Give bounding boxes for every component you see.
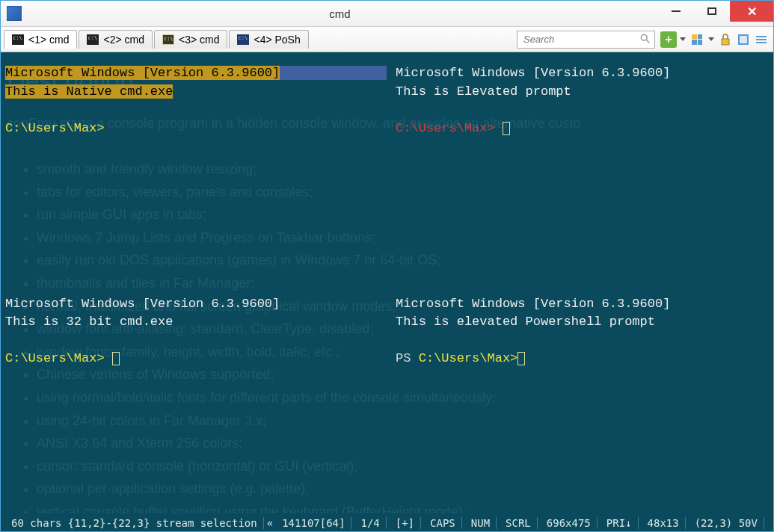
new-console-button[interactable]: + [660, 31, 677, 48]
status-pane-num: 1/4 [354, 517, 386, 529]
status-size: 696x475 [541, 517, 598, 529]
svg-rect-2 [722, 39, 729, 45]
pane-bottom-right[interactable]: Microsoft Windows [Version 6.3.9600] Thi… [391, 283, 773, 514]
pane-top-left[interactable]: Microsoft Windows [Version 6.3.9600] Thi… [1, 52, 391, 283]
tab-label: <3> cmd [179, 34, 219, 46]
window-controls: ✕ [658, 1, 773, 26]
search-input[interactable] [517, 31, 655, 49]
search-wrap [517, 31, 655, 49]
tab-label: <2> cmd [103, 34, 144, 46]
maximize-button[interactable] [694, 1, 730, 22]
status-cell: 48x13 [642, 517, 686, 529]
tab-4[interactable]: <4> PoSh [229, 30, 308, 49]
cmd-icon [87, 34, 99, 45]
window-title: cmd [22, 7, 658, 20]
search-icon [640, 34, 651, 44]
pane-top-right[interactable]: Microsoft Windows [Version 6.3.9600] Thi… [391, 52, 773, 283]
lock-button[interactable] [717, 31, 734, 48]
maximize-pane-button[interactable] [735, 31, 752, 48]
close-button[interactable]: ✕ [730, 1, 773, 22]
new-console-dropdown[interactable] [680, 37, 686, 41]
status-cursor: (22,3) 50V [689, 517, 764, 529]
split-dropdown[interactable] [708, 37, 714, 41]
tab-1[interactable]: <1> cmd [4, 30, 77, 49]
app-icon [7, 6, 22, 21]
pane-bottom-left[interactable]: Microsoft Windows [Version 6.3.9600] Thi… [1, 283, 391, 514]
cmd-admin-icon [162, 34, 174, 45]
app-window: cmd ✕ <1> cmd <2> cmd <3> cmd <4> PoSh [0, 0, 774, 532]
svg-point-0 [641, 34, 647, 40]
status-num: NUM [465, 517, 497, 529]
status-scrl: SCRL [500, 517, 538, 529]
cmd-icon [12, 34, 24, 45]
status-plus[interactable]: [+] [390, 517, 421, 529]
svg-line-1 [647, 40, 650, 43]
status-caps: CAPS [424, 517, 462, 529]
status-zoom: 90% [767, 517, 774, 529]
powershell-icon [237, 34, 249, 45]
status-build: 141107[64] [276, 517, 351, 529]
status-pri: PRI↓ [601, 517, 639, 529]
terminal-area: Description conEmu starts a console prog… [1, 52, 773, 513]
tab-3[interactable]: <3> cmd [154, 30, 227, 49]
status-bar: 60 chars {11,2}-{22,3} stream selection … [1, 513, 773, 531]
titlebar: cmd ✕ [1, 1, 773, 27]
status-selection: 60 chars {11,2}-{22,3} stream selection [5, 517, 264, 529]
split-button[interactable] [689, 31, 705, 48]
tab-label: <4> PoSh [254, 34, 300, 46]
menu-button[interactable] [753, 31, 770, 48]
tab-label: <1> cmd [28, 34, 69, 46]
tab-bar: <1> cmd <2> cmd <3> cmd <4> PoSh + [1, 27, 773, 52]
split-panes: Microsoft Windows [Version 6.3.9600] Thi… [1, 52, 773, 513]
tab-2[interactable]: <2> cmd [79, 30, 152, 49]
minimize-button[interactable] [658, 1, 694, 22]
